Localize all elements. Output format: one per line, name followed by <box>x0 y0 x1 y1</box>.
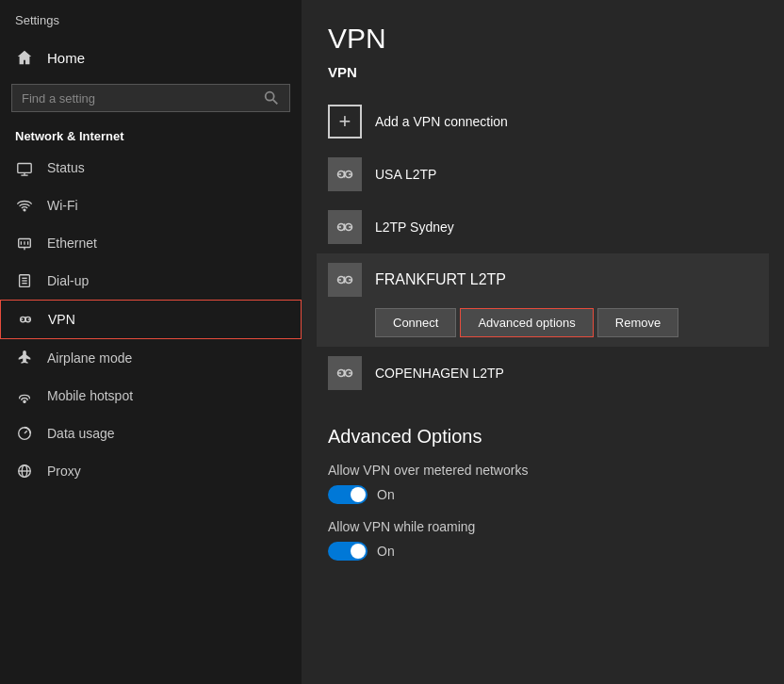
svg-point-5 <box>24 209 25 211</box>
vpn-copenhagen-label: COPENHAGEN L2TP <box>375 366 504 381</box>
roaming-toggle[interactable] <box>328 542 368 561</box>
option-roaming: Allow VPN while roaming On <box>328 519 758 561</box>
add-vpn-icon: + <box>328 105 362 138</box>
vpn-frankfurt-actions: Connect Advanced options Remove <box>328 308 758 337</box>
sidebar-item-proxy-label: Proxy <box>47 464 81 479</box>
vpn-usa-l2tp-label: USA L2TP <box>375 167 436 182</box>
vpn-frankfurt-icon <box>328 263 362 297</box>
vpn-section-label: VPN <box>328 64 758 80</box>
sidebar-item-wifi-label: Wi-Fi <box>47 198 78 213</box>
sidebar-item-airplane[interactable]: Airplane mode <box>0 339 302 377</box>
add-vpn-button[interactable]: + Add a VPN connection <box>328 95 758 148</box>
advanced-options-button[interactable]: Advanced options <box>460 308 593 337</box>
search-container <box>11 84 290 112</box>
sidebar-item-ethernet[interactable]: Ethernet <box>0 224 302 262</box>
sidebar-item-hotspot[interactable]: Mobile hotspot <box>0 377 302 415</box>
vpn-l2tp-sydney-label: L2TP Sydney <box>375 220 454 235</box>
sidebar-item-status[interactable]: Status <box>0 149 302 187</box>
metered-toggle-label: On <box>377 487 395 502</box>
roaming-toggle-label: On <box>377 544 395 559</box>
main-content: VPN VPN + Add a VPN connection USA L2TP <box>302 0 784 684</box>
advanced-options-section: Advanced Options Allow VPN over metered … <box>328 426 758 561</box>
svg-point-0 <box>266 92 274 101</box>
app-title: Settings <box>0 0 302 37</box>
search-icon <box>263 90 280 106</box>
sidebar-item-hotspot-label: Mobile hotspot <box>47 388 133 403</box>
search-input[interactable] <box>22 91 255 106</box>
status-icon <box>15 158 34 177</box>
vpn-nav-icon <box>16 310 35 329</box>
sidebar-item-dialup-label: Dial-up <box>47 273 89 288</box>
sidebar-item-datausage-label: Data usage <box>47 426 115 441</box>
wifi-icon <box>15 196 34 215</box>
vpn-sydney-icon <box>328 210 362 244</box>
datausage-icon <box>15 424 34 443</box>
vpn-copenhagen-icon <box>328 356 362 390</box>
sidebar-item-vpn[interactable]: VPN <box>0 300 302 339</box>
page-title: VPN <box>328 23 758 55</box>
sidebar-item-datausage[interactable]: Data usage <box>0 415 302 452</box>
ethernet-icon <box>15 234 34 252</box>
vpn-entry-frankfurt: FRANKFURT L2TP Connect Advanced options … <box>317 253 769 347</box>
vpn-entry-l2tp-sydney[interactable]: L2TP Sydney <box>328 201 758 253</box>
svg-point-20 <box>24 400 25 402</box>
airplane-icon <box>15 349 34 367</box>
home-nav-item[interactable]: Home <box>0 37 302 78</box>
roaming-toggle-row: On <box>328 542 758 561</box>
vpn-entry-usa-l2tp[interactable]: USA L2TP <box>328 148 758 201</box>
sidebar: Settings Home Network & Internet Status <box>0 0 302 684</box>
sidebar-item-status-label: Status <box>47 160 85 175</box>
dialup-icon <box>15 271 34 290</box>
svg-rect-2 <box>18 164 31 173</box>
remove-button[interactable]: Remove <box>597 308 678 337</box>
vpn-usa-icon <box>328 157 362 191</box>
hotspot-icon <box>15 386 34 405</box>
sidebar-item-wifi[interactable]: Wi-Fi <box>0 187 302 224</box>
option-roaming-label: Allow VPN while roaming <box>328 519 758 534</box>
vpn-frankfurt-header[interactable]: FRANKFURT L2TP <box>328 263 758 297</box>
proxy-icon <box>15 462 34 480</box>
sidebar-item-ethernet-label: Ethernet <box>47 236 97 251</box>
section-heading: Network & Internet <box>0 122 302 149</box>
svg-line-22 <box>24 431 27 433</box>
vpn-list: + Add a VPN connection USA L2TP <box>328 95 758 399</box>
sidebar-item-airplane-label: Airplane mode <box>47 350 132 366</box>
connect-button[interactable]: Connect <box>375 308 456 337</box>
vpn-entry-copenhagen[interactable]: COPENHAGEN L2TP <box>328 347 758 399</box>
option-metered-networks: Allow VPN over metered networks On <box>328 463 758 504</box>
home-label: Home <box>47 50 85 66</box>
add-vpn-label: Add a VPN connection <box>375 114 508 129</box>
svg-line-1 <box>273 100 278 105</box>
sidebar-item-vpn-label: VPN <box>48 312 75 327</box>
sidebar-item-dialup[interactable]: Dial-up <box>0 262 302 300</box>
advanced-options-title: Advanced Options <box>328 426 758 448</box>
option-metered-label: Allow VPN over metered networks <box>328 463 758 478</box>
home-icon <box>15 48 34 67</box>
roaming-toggle-thumb <box>351 544 366 559</box>
vpn-frankfurt-label: FRANKFURT L2TP <box>375 271 506 288</box>
metered-toggle-row: On <box>328 485 758 504</box>
metered-toggle[interactable] <box>328 485 368 504</box>
sidebar-item-proxy[interactable]: Proxy <box>0 452 302 490</box>
metered-toggle-thumb <box>351 487 366 502</box>
